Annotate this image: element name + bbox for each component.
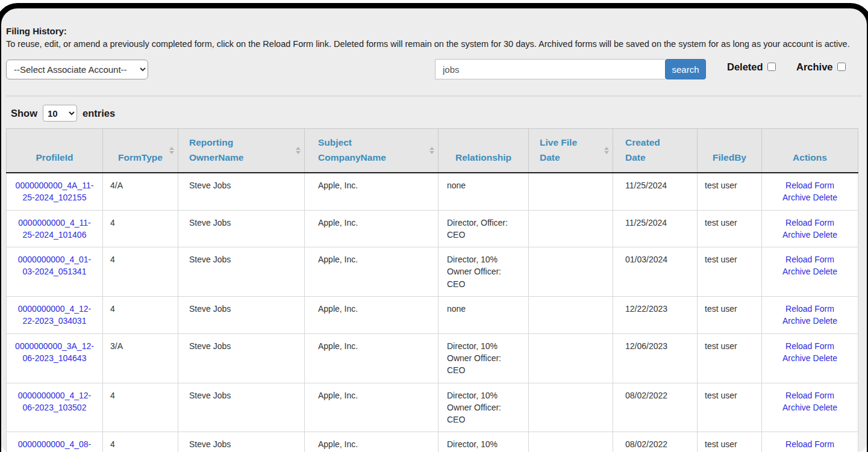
sort-icon[interactable]: [429, 147, 434, 154]
table-row: 0000000000_4_12-06-2023_1035024Steve Job…: [7, 383, 858, 432]
page-background: Filing History: To reuse, edit, or amend…: [0, 8, 868, 452]
profile-link[interactable]: 0000000000_3A_12-06-2023_104643: [15, 341, 94, 363]
cell-relationship: none: [439, 173, 529, 210]
column-header-subject_company[interactable]: SubjectCompanyName: [305, 129, 439, 173]
filing-history-table: ProfileIdFormTypeReportingOwnerNameSubje…: [6, 128, 858, 452]
search-input[interactable]: [435, 59, 665, 79]
column-label: FormType: [118, 152, 163, 163]
column-header-actions: Actions: [762, 129, 858, 173]
show-label: Show: [11, 108, 37, 119]
delete-link[interactable]: Delete: [813, 403, 837, 412]
cell-filed_by: test user: [698, 432, 762, 452]
cell-actions: Reload Form Archive Delete: [762, 173, 858, 210]
deleted-filter: Deleted: [727, 61, 778, 73]
cell-live_file_date: [529, 432, 613, 452]
reload-form-link[interactable]: Reload Form: [785, 218, 834, 228]
deleted-checkbox[interactable]: [767, 63, 776, 71]
profile-link[interactable]: 0000000000_4_12-06-2023_103502: [18, 391, 91, 412]
sort-icon[interactable]: [604, 147, 609, 154]
cell-reporting_owner: Steve Jobs: [178, 297, 305, 334]
delete-link[interactable]: Delete: [813, 267, 837, 276]
cell-form_type: 4/A: [103, 173, 178, 210]
column-header-reporting_owner[interactable]: ReportingOwnerName: [178, 129, 305, 173]
cell-profile_id: 0000000000_3A_12-06-2023_104643: [7, 333, 103, 383]
profile-link[interactable]: 0000000000_4_11-25-2024_101406: [18, 218, 90, 240]
cell-form_type: 4: [103, 297, 178, 334]
cell-form_type: 3/A: [103, 333, 178, 383]
profile-link[interactable]: 0000000000_4_12-22-2023_034031: [18, 304, 91, 326]
reload-form-link[interactable]: Reload Form: [785, 391, 834, 400]
table-row: 0000000000_4_08-02-2022_0331524Steve Job…: [7, 432, 858, 452]
search-button[interactable]: search: [665, 59, 706, 79]
column-header-relationship: Relationship: [439, 129, 529, 173]
reload-form-link[interactable]: Reload Form: [785, 181, 834, 190]
cell-created_date: 11/25/2024: [613, 210, 698, 247]
cell-reporting_owner: Steve Jobs: [178, 173, 305, 210]
search-group: search: [435, 59, 706, 79]
cell-relationship: none: [439, 297, 529, 334]
show-entries-control: Show 10 entries: [11, 105, 862, 122]
archive-link[interactable]: Archive: [782, 403, 811, 412]
page-description: To reuse, edit, or amend a previously co…: [6, 39, 862, 49]
cell-reporting_owner: Steve Jobs: [178, 247, 305, 297]
cell-created_date: 12/06/2023: [613, 333, 698, 383]
reload-form-link[interactable]: Reload Form: [785, 341, 834, 351]
cell-live_file_date: [529, 173, 613, 210]
cell-profile_id: 0000000000_4_12-22-2023_034031: [7, 297, 103, 334]
cell-profile_id: 0000000000_4_08-02-2022_033152: [7, 432, 103, 452]
column-label: Actions: [793, 152, 827, 163]
filing-history-page: Filing History: To reuse, edit, or amend…: [0, 0, 868, 452]
delete-link[interactable]: Delete: [813, 230, 837, 240]
divider: [6, 96, 862, 96]
delete-link[interactable]: Delete: [813, 353, 837, 363]
archive-link[interactable]: Archive: [782, 353, 811, 363]
reload-form-link[interactable]: Reload Form: [785, 439, 834, 449]
column-header-live_file_date[interactable]: Live FileDate: [529, 129, 613, 173]
cell-reporting_owner: Steve Jobs: [178, 210, 305, 247]
archive-link[interactable]: Archive: [782, 230, 811, 240]
column-header-form_type[interactable]: FormType: [103, 129, 178, 173]
sort-icon[interactable]: [296, 147, 301, 154]
page-size-select[interactable]: 10: [43, 105, 77, 122]
profile-link[interactable]: 0000000000_4_01-03-2024_051341: [18, 255, 91, 276]
cell-profile_id: 0000000000_4_12-06-2023_103502: [7, 383, 103, 432]
reload-form-link[interactable]: Reload Form: [785, 304, 834, 314]
archive-link[interactable]: Archive: [782, 316, 811, 326]
delete-link[interactable]: Delete: [813, 193, 837, 202]
cell-filed_by: test user: [698, 333, 762, 383]
cell-reporting_owner: Steve Jobs: [178, 333, 305, 383]
cell-profile_id: 0000000000_4_01-03-2024_051341: [7, 247, 103, 297]
cell-relationship: Director, 10% Owner Officer: CEO: [439, 333, 529, 383]
cell-subject_company: Apple, Inc.: [305, 333, 439, 383]
cell-actions: Reload Form Archive Delete: [762, 383, 858, 432]
cell-actions: Reload Form Archive Delete: [762, 247, 858, 297]
cell-live_file_date: [529, 383, 613, 432]
page-title: Filing History:: [6, 26, 862, 36]
cell-actions: Reload Form Archive Delete: [762, 297, 858, 334]
column-header-filed_by: FiledBy: [698, 129, 762, 173]
table-row: 0000000000_4_11-25-2024_1014064Steve Job…: [7, 210, 858, 247]
table-header: ProfileIdFormTypeReportingOwnerNameSubje…: [7, 129, 858, 173]
cell-filed_by: test user: [698, 297, 762, 334]
delete-link[interactable]: Delete: [813, 316, 837, 326]
archive-label: Archive: [796, 61, 833, 72]
table-row: 0000000000_4_01-03-2024_0513414Steve Job…: [7, 247, 858, 297]
associate-account-select[interactable]: --Select Associate Account--: [6, 60, 148, 79]
column-label: CreatedDate: [625, 137, 660, 163]
sort-icon[interactable]: [169, 147, 174, 154]
reload-form-link[interactable]: Reload Form: [785, 255, 834, 264]
archive-checkbox[interactable]: [837, 63, 846, 71]
cell-form_type: 4: [103, 210, 178, 247]
cell-subject_company: Apple, Inc.: [305, 173, 439, 210]
cell-filed_by: test user: [698, 210, 762, 247]
table-row: 0000000000_3A_12-06-2023_1046433/ASteve …: [7, 333, 858, 383]
profile-link[interactable]: 0000000000_4A_11-25-2024_102155: [16, 181, 94, 202]
cell-subject_company: Apple, Inc.: [305, 383, 439, 432]
cell-filed_by: test user: [698, 247, 762, 297]
cell-subject_company: Apple, Inc.: [305, 432, 439, 452]
profile-link[interactable]: 0000000000_4_08-02-2022_033152: [18, 439, 91, 452]
column-label: FiledBy: [713, 152, 746, 163]
archive-link[interactable]: Archive: [782, 267, 811, 276]
archive-link[interactable]: Archive: [782, 193, 811, 202]
column-header-created_date: CreatedDate: [613, 129, 698, 173]
